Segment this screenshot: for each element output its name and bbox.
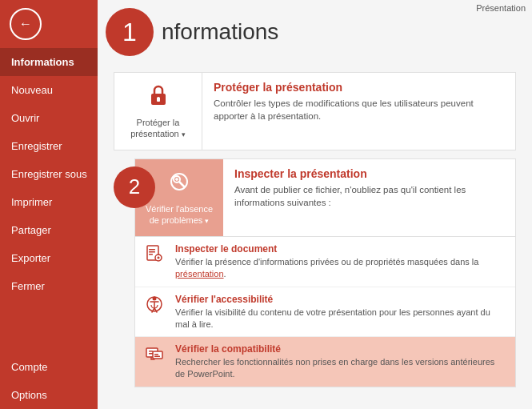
page-header: 1 nformations [98,0,532,64]
sidebar-item-informations[interactable]: Informations [0,48,98,76]
dropdown-item-accessibility[interactable]: Vérifier l'accessibilité Vérifier la vis… [135,287,515,338]
top-right-label: Présentation [470,0,532,16]
accessibility-icon [145,295,169,318]
sidebar-item-enregistrer[interactable]: Enregistrer [0,132,98,160]
inspect-button-label: Vérifier l'absencede problèmes ▾ [146,203,213,227]
protect-text: Protéger la présentation Contrôler les t… [202,73,515,130]
compatibility-icon [145,344,169,367]
protect-section: Protéger laprésentation ▾ Protéger la pr… [114,72,516,150]
inspect-text: Inspecter la présentation Avant de publi… [223,159,515,217]
svg-rect-16 [149,351,153,352]
inspect-section: Vérifier l'absencede problèmes ▾ Inspect… [134,158,516,387]
dropdown-item-inspect-doc[interactable]: Inspecter le document Vérifier la présen… [135,237,515,287]
svg-rect-20 [154,356,160,358]
svg-rect-7 [149,249,155,251]
protect-heading: Protéger la présentation [214,81,504,94]
svg-rect-8 [149,251,155,253]
sidebar-item-nouveau[interactable]: Nouveau [0,76,98,104]
inspect-card: Vérifier l'absencede problèmes ▾ Inspect… [134,158,516,237]
inspect-desc: Avant de publier ce fichier, n'oubliez p… [234,183,504,209]
compatibility-text: Vérifier la compatibilité Rechercher les… [175,343,506,380]
inspect-doc-text: Inspecter le document Vérifier la présen… [175,243,506,280]
accessibility-title: Vérifier l'accessibilité [175,294,506,305]
sidebar-item-ouvrir[interactable]: Ouvrir [0,104,98,132]
protect-button-label: Protéger laprésentation ▾ [130,117,186,140]
sidebar-item-compte[interactable]: Compte [0,353,98,381]
dropdown-item-compatibility[interactable]: Vérifier la compatibilité Rechercher les… [135,337,515,387]
content-area: Protéger laprésentation ▾ Protéger la pr… [98,64,532,395]
sidebar-item-options[interactable]: Options [0,381,98,409]
compatibility-title: Vérifier la compatibilité [175,343,506,355]
dropdown-menu: Inspecter le document Vérifier la présen… [134,237,516,387]
accessibility-desc: Vérifier la visibilité du contenu de vot… [175,307,506,331]
header-number-badge: 1 [106,8,154,56]
doc-icon [145,244,169,267]
accessibility-text: Vérifier l'accessibilité Vérifier la vis… [175,294,506,331]
svg-rect-9 [149,254,153,255]
protect-desc: Contrôler les types de modifications que… [214,97,504,122]
sidebar-item-partager[interactable]: Partager [0,216,98,244]
page-title: nformations [162,19,278,45]
compatibility-desc: Rechercher les fonctionnalités non prise… [175,356,506,380]
main-content: Présentation 1 nformations Protég [98,0,532,409]
svg-line-5 [180,182,185,186]
badge-2: 2 [114,166,155,208]
inspect-icon [166,169,192,200]
sidebar: ← Informations Nouveau Ouvrir Enregistre… [0,0,98,409]
back-icon: ← [19,17,32,31]
inspect-heading: Inspecter la présentation [234,167,504,180]
sidebar-item-fermer[interactable]: Fermer [0,272,98,300]
inspect-section-wrapper: 2 [114,158,516,387]
inspect-doc-desc: Vérifier la présence d'informations priv… [175,256,506,280]
sidebar-item-exporter[interactable]: Exporter [0,244,98,272]
lock-icon [146,82,171,114]
protect-icon-area[interactable]: Protéger laprésentation ▾ [114,73,202,150]
svg-point-2 [157,97,160,100]
sidebar-item-enregistrer-sous[interactable]: Enregistrer sous [0,160,98,188]
inspect-doc-title: Inspecter le document [175,243,506,255]
back-button[interactable]: ← [10,8,42,40]
sidebar-item-imprimer[interactable]: Imprimer [0,188,98,216]
svg-rect-19 [154,354,158,355]
